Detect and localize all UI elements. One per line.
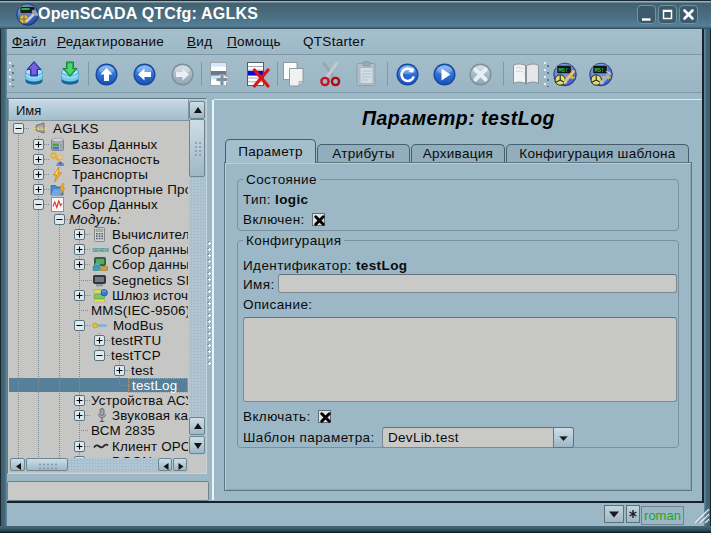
svg-text:AGLKS: AGLKS <box>37 127 48 131</box>
svg-text:SIEMENS: SIEMENS <box>92 248 109 253</box>
svg-text:M5!: M5! <box>595 67 605 74</box>
svg-text:M5!: M5! <box>559 67 569 74</box>
